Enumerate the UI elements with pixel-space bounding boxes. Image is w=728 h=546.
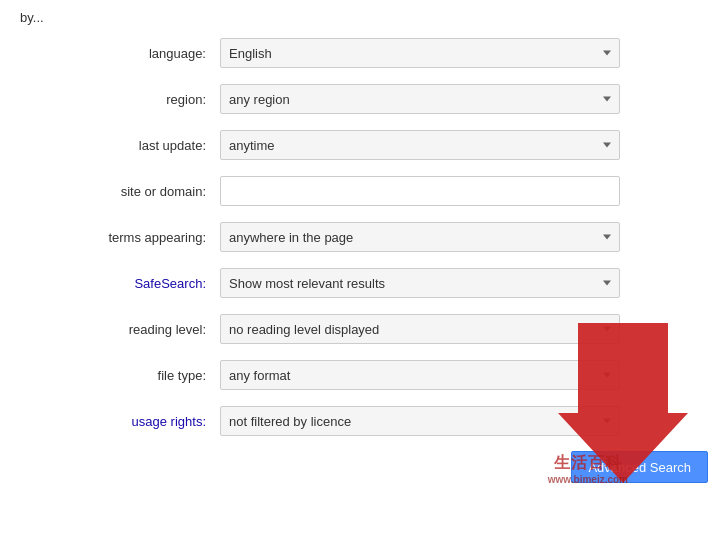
filter-row-terms_appearing: terms appearing:anywhere in the pagein t… [20,221,708,253]
advanced-search-button[interactable]: Advanced Search [571,451,708,483]
search-options-page: by... language:any languageEnglishChines… [0,0,728,503]
site_or_domain-input[interactable] [220,176,620,206]
filter-control-language: any languageEnglishChinese (Simplified)F… [220,38,620,68]
language-select[interactable]: any languageEnglishChinese (Simplified)F… [220,38,620,68]
region-select[interactable]: any regionAustraliaCanadaUnited KingdomU… [220,84,620,114]
usage_rights-select[interactable]: not filtered by licencefree to use or sh… [220,406,620,436]
filter-row-language: language:any languageEnglishChinese (Sim… [20,37,708,69]
filter-label-last_update: last update: [20,138,220,153]
reading_level-select[interactable]: no reading level displayedannotate resul… [220,314,620,344]
bottom-row: Advanced Search [20,451,708,483]
filter-row-safesearch: SafeSearch:Show most relevant resultsFil… [20,267,708,299]
filter-row-reading_level: reading level:no reading level displayed… [20,313,708,345]
filter-control-terms_appearing: anywhere in the pagein the title of the … [220,222,620,252]
filter-row-usage_rights: usage rights:not filtered by licencefree… [20,405,708,437]
filter-control-region: any regionAustraliaCanadaUnited KingdomU… [220,84,620,114]
filter-label-safesearch[interactable]: SafeSearch: [20,276,220,291]
filter-control-reading_level: no reading level displayedannotate resul… [220,314,620,344]
last_update-select[interactable]: anytimepast 24 hourspast weekpast monthp… [220,130,620,160]
by-label: by... [20,10,708,25]
filter-label-terms_appearing: terms appearing: [20,230,220,245]
filter-row-site_or_domain: site or domain: [20,175,708,207]
filter-label-file_type: file type: [20,368,220,383]
file_type-select[interactable]: any formatAdobe Acrobat PDF (.pdf)Adobe … [220,360,620,390]
filter-row-file_type: file type:any formatAdobe Acrobat PDF (.… [20,359,708,391]
filter-rows-container: language:any languageEnglishChinese (Sim… [20,37,708,437]
filter-label-region: region: [20,92,220,107]
filter-control-safesearch: Show most relevant resultsFilter explici… [220,268,620,298]
safesearch-select[interactable]: Show most relevant resultsFilter explici… [220,268,620,298]
filter-row-region: region:any regionAustraliaCanadaUnited K… [20,83,708,115]
filter-label-site_or_domain: site or domain: [20,184,220,199]
filter-control-last_update: anytimepast 24 hourspast weekpast monthp… [220,130,620,160]
filter-label-reading_level: reading level: [20,322,220,337]
filter-row-last_update: last update:anytimepast 24 hourspast wee… [20,129,708,161]
terms_appearing-select[interactable]: anywhere in the pagein the title of the … [220,222,620,252]
filter-label-language: language: [20,46,220,61]
filter-label-usage_rights[interactable]: usage rights: [20,414,220,429]
filter-control-site_or_domain [220,176,620,206]
filter-control-file_type: any formatAdobe Acrobat PDF (.pdf)Adobe … [220,360,620,390]
filter-control-usage_rights: not filtered by licencefree to use or sh… [220,406,620,436]
